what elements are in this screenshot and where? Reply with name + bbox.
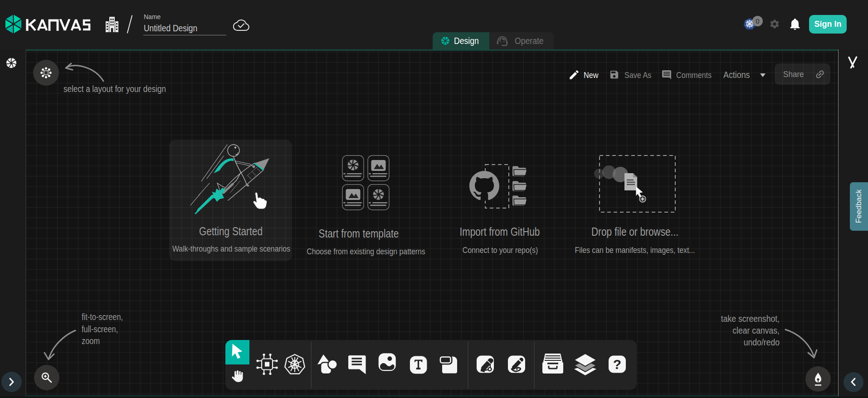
svg-text:?: ?	[613, 357, 621, 372]
